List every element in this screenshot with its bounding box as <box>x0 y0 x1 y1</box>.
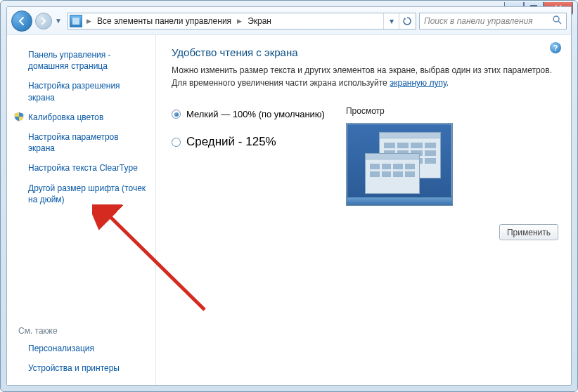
help-icon[interactable]: ? <box>550 42 561 53</box>
search-icon <box>553 15 562 27</box>
radio-icon <box>172 110 181 119</box>
breadcrumb-root[interactable]: Все элементы панели управления <box>93 13 236 29</box>
sidebar: Панель управления - домашняя страница На… <box>7 35 156 385</box>
shield-icon <box>14 112 24 122</box>
chevron-right-icon: ▶ <box>236 18 243 25</box>
navigation-bar: ▼ ▶ Все элементы панели управления ▶ Экр… <box>7 7 571 35</box>
address-bar[interactable]: ▶ Все элементы панели управления ▶ Экран… <box>68 13 416 30</box>
radio-icon <box>172 138 181 147</box>
sidebar-link-dpi[interactable]: Другой размер шрифта (точек на дюйм) <box>17 178 148 209</box>
window-frame: ▼ ▶ Все элементы панели управления ▶ Экр… <box>0 0 578 392</box>
display-icon <box>70 15 82 27</box>
radio-medium-label: Средний - 125% <box>186 135 276 149</box>
page-title: Удобство чтения с экрана <box>172 46 555 58</box>
sidebar-link-params[interactable]: Настройка параметров экрана <box>17 127 148 158</box>
svg-point-2 <box>553 16 559 22</box>
forward-button[interactable] <box>35 13 52 30</box>
preview-label: Просмотр <box>346 106 453 116</box>
svg-line-3 <box>558 21 561 24</box>
main-panel: ? Удобство чтения с экрана Можно изменит… <box>156 35 571 385</box>
refresh-button[interactable] <box>399 13 414 29</box>
radio-small-label: Мелкий — 100% (по умолчанию) <box>186 109 325 119</box>
breadcrumb-current[interactable]: Экран <box>243 13 276 29</box>
sidebar-link-personalization[interactable]: Персонализация <box>17 339 148 358</box>
magnifier-link[interactable]: экранную лупу <box>390 78 447 88</box>
radio-medium[interactable]: Средний - 125% <box>172 135 325 149</box>
sidebar-link-resolution[interactable]: Настройка разрешения экрана <box>17 76 148 107</box>
sidebar-link-devices[interactable]: Устройства и принтеры <box>17 358 148 378</box>
radio-small[interactable]: Мелкий — 100% (по умолчанию) <box>172 109 325 119</box>
back-button[interactable] <box>11 11 32 32</box>
apply-button[interactable]: Применить <box>499 224 558 240</box>
sidebar-link-calibrate[interactable]: Калибровка цветов <box>17 107 148 127</box>
preview-thumbnail <box>346 123 453 206</box>
address-dropdown-icon[interactable]: ▾ <box>383 13 399 29</box>
sidebar-link-home[interactable]: Панель управления - домашняя страница <box>17 45 148 76</box>
search-input[interactable]: Поиск в панели управления <box>419 13 567 30</box>
history-dropdown-icon[interactable]: ▼ <box>55 17 65 25</box>
search-placeholder: Поиск в панели управления <box>424 16 533 26</box>
page-description: Можно изменить размер текста и других эл… <box>172 64 555 89</box>
chevron-right-icon: ▶ <box>85 18 93 25</box>
sidebar-link-cleartype[interactable]: Настройка текста ClearType <box>17 158 148 178</box>
see-also-header: См. также <box>17 322 148 339</box>
